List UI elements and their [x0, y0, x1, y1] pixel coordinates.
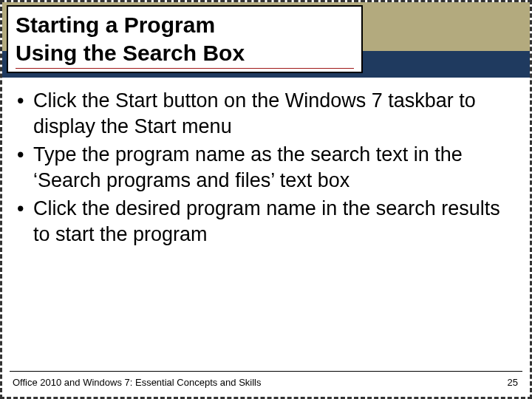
slide-body: • Click the Start button on the Windows …: [16, 88, 508, 250]
footer-divider: [10, 371, 522, 372]
title-box: Starting a Program Using the Search Box: [7, 5, 363, 73]
list-item: • Click the Start button on the Windows …: [16, 88, 508, 139]
bullet-icon: •: [16, 196, 33, 222]
bullet-text: Type the program name as the search text…: [33, 142, 508, 193]
slide-title-line1: Starting a Program: [16, 11, 354, 39]
bullet-text: Click the Start button on the Windows 7 …: [33, 88, 508, 139]
bullet-text: Click the desired program name in the se…: [33, 196, 508, 247]
slide-title-line2: Using the Search Box: [16, 39, 354, 67]
slide: Starting a Program Using the Search Box …: [0, 0, 532, 399]
bullet-icon: •: [16, 88, 33, 114]
list-item: • Click the desired program name in the …: [16, 196, 508, 247]
bullet-icon: •: [16, 142, 33, 168]
title-underline: [16, 68, 354, 69]
page-number: 25: [508, 377, 518, 388]
list-item: • Type the program name as the search te…: [16, 142, 508, 193]
footer-text: Office 2010 and Windows 7: Essential Con…: [13, 377, 262, 388]
